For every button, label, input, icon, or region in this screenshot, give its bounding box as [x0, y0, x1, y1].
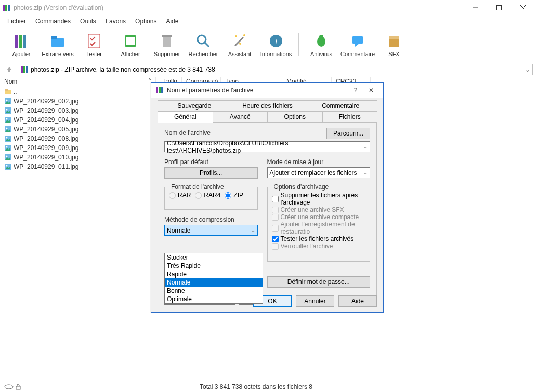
- update-mode-value: Ajouter et remplacer les fichiers: [270, 169, 363, 177]
- svg-rect-9: [23, 35, 26, 48]
- view-label: Afficher: [121, 51, 140, 57]
- check-recovery: Ajouter l'enregistrement de restauratio: [272, 221, 365, 235]
- svg-point-22: [239, 43, 241, 45]
- tab-comment[interactable]: Commentaire: [304, 100, 377, 111]
- tab-advanced[interactable]: Avancé: [213, 111, 268, 123]
- svg-point-52: [6, 146, 8, 148]
- svg-line-19: [235, 37, 243, 46]
- comment-button[interactable]: Commentaire: [342, 32, 374, 57]
- archive-path-field[interactable]: C:\Users\Francois\Dropbox\CLUBIC\fichier…: [164, 141, 370, 152]
- extract-button[interactable]: Extraire vers: [42, 32, 74, 57]
- wizard-button[interactable]: Assistant: [224, 32, 256, 57]
- option-tres-rapide[interactable]: Très Rapide: [165, 262, 263, 270]
- compression-select[interactable]: Normale ⌄: [164, 225, 258, 236]
- option-stocker[interactable]: Stocker: [165, 253, 263, 262]
- svg-rect-16: [162, 35, 172, 37]
- check-test[interactable]: Tester les fichiers archivés: [272, 235, 365, 242]
- menu-file[interactable]: Fichier: [3, 17, 30, 26]
- tab-files[interactable]: Fichiers: [322, 111, 378, 123]
- profile-label: Profil par défaut: [164, 158, 258, 166]
- check-delete-after[interactable]: Supprimer les fichiers après l'archivage: [272, 192, 365, 206]
- svg-rect-32: [23, 66, 25, 73]
- trash-icon: [158, 32, 176, 50]
- format-group: Format de l'archive RAR RAR4 ZIP: [164, 187, 258, 210]
- view-button[interactable]: Afficher: [114, 32, 147, 57]
- dialog-button-row: OK Annuler Aide: [253, 295, 377, 307]
- svg-point-60: [5, 385, 13, 389]
- cancel-button[interactable]: Annuler: [296, 295, 334, 307]
- jpg-icon: [4, 126, 11, 133]
- help-button[interactable]: Aide: [338, 295, 377, 307]
- titlebar: photos.zip (Version d'évaluation): [0, 0, 537, 16]
- format-label: Format de l'archive: [169, 183, 226, 191]
- tab-filetime[interactable]: Heure des fichiers: [231, 100, 305, 111]
- menu-bar: Fichier Commandes Outils Favoris Options…: [0, 16, 537, 27]
- delete-label: Supprimer: [154, 51, 180, 57]
- col-name[interactable]: Nom˄: [0, 77, 156, 86]
- dialog-panel-general: Nom de l'archive Parcourir... C:\Users\F…: [158, 123, 377, 302]
- option-normale[interactable]: Normale: [165, 278, 263, 287]
- add-label: Ajouter: [12, 51, 31, 57]
- address-field[interactable]: photos.zip - ZIP archive, la taille non …: [18, 64, 533, 75]
- radio-rar[interactable]: RAR: [169, 192, 191, 199]
- svg-point-21: [243, 34, 245, 36]
- dialog-titlebar: Nom et paramètres de l'archive ? ✕: [151, 83, 383, 98]
- info-button[interactable]: i Informations: [260, 32, 292, 57]
- menu-options[interactable]: Options: [131, 17, 161, 26]
- delete-button[interactable]: Supprimer: [151, 32, 183, 57]
- status-bar: Total 3 841 738 octets dans les fichiers…: [0, 381, 537, 392]
- maximize-button[interactable]: [487, 0, 511, 16]
- file-name: WP_20140929_008.jpg: [14, 135, 78, 142]
- jpg-icon: [4, 163, 11, 170]
- jpg-icon: [4, 135, 11, 142]
- books-icon: [12, 32, 30, 50]
- svg-point-43: [6, 118, 8, 120]
- svg-rect-11: [51, 36, 57, 39]
- chevron-down-icon[interactable]: ⌄: [525, 66, 530, 73]
- file-name: WP_20140929_005.jpg: [14, 126, 78, 133]
- window-controls: [463, 0, 535, 16]
- test-button[interactable]: Tester: [78, 32, 110, 57]
- sfx-button[interactable]: SFX: [378, 32, 410, 57]
- dialog-close-button[interactable]: ✕: [363, 87, 379, 94]
- dialog-tabs-row1: Sauvegarde Heure des fichiers Commentair…: [158, 100, 377, 111]
- checklist-icon: [85, 32, 103, 50]
- app-icon: [155, 86, 164, 94]
- option-optimale[interactable]: Optimale: [165, 295, 263, 303]
- tab-general[interactable]: Général: [158, 111, 213, 123]
- file-name: WP_20140929_010.jpg: [14, 154, 78, 161]
- lock-icon: [16, 384, 21, 390]
- menu-commands[interactable]: Commandes: [31, 17, 75, 26]
- menu-favorites[interactable]: Favoris: [101, 17, 130, 26]
- info-icon: i: [267, 32, 285, 50]
- svg-rect-15: [163, 37, 171, 47]
- add-button[interactable]: Ajouter: [5, 32, 37, 57]
- browse-button[interactable]: Parcourir...: [326, 128, 370, 139]
- up-button[interactable]: [4, 64, 15, 75]
- radio-zip[interactable]: ZIP: [225, 192, 243, 199]
- search-button[interactable]: Rechercher: [187, 32, 219, 57]
- close-button[interactable]: [511, 0, 535, 16]
- file-name: WP_20140929_002.jpg: [14, 98, 78, 105]
- compression-label: Méthode de compression: [164, 216, 258, 223]
- book-icon: [122, 32, 139, 50]
- comment-label: Commentaire: [340, 51, 375, 57]
- profiles-button[interactable]: Profils...: [164, 167, 258, 179]
- svg-rect-35: [5, 89, 8, 91]
- radio-rar4[interactable]: RAR4: [195, 192, 220, 199]
- disk-icon: [4, 384, 14, 389]
- tab-options[interactable]: Options: [267, 111, 323, 123]
- dialog-help-button[interactable]: ?: [348, 87, 363, 94]
- antivirus-button[interactable]: Antivirus: [305, 32, 337, 57]
- minimize-button[interactable]: [463, 0, 487, 16]
- svg-rect-2: [8, 5, 10, 11]
- option-rapide[interactable]: Rapide: [165, 270, 263, 278]
- password-button[interactable]: Définir mot de passe...: [267, 276, 370, 288]
- option-bonne[interactable]: Bonne: [165, 287, 263, 295]
- tab-backup[interactable]: Sauvegarde: [158, 100, 231, 111]
- svg-point-49: [6, 137, 8, 139]
- menu-help[interactable]: Aide: [162, 17, 182, 26]
- update-mode-select[interactable]: Ajouter et remplacer les fichiers ⌄: [267, 167, 370, 178]
- menu-tools[interactable]: Outils: [76, 17, 100, 26]
- svg-point-26: [319, 35, 323, 39]
